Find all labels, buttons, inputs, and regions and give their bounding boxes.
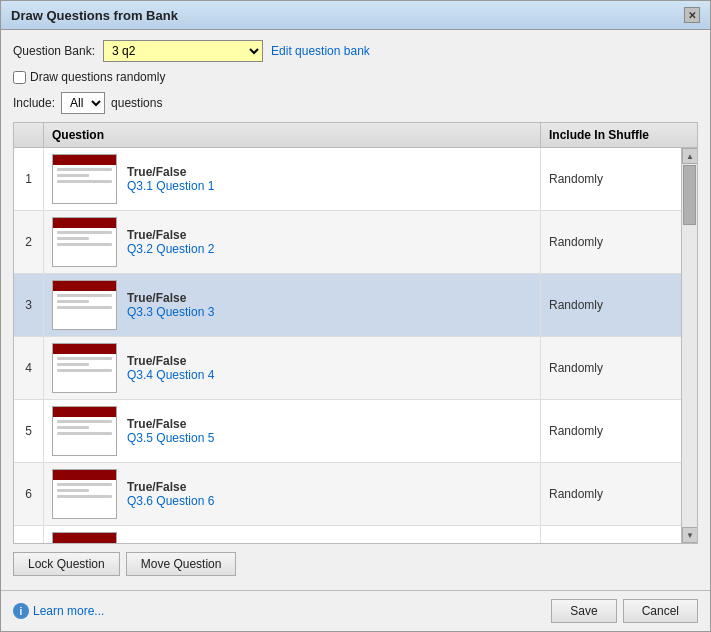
scroll-up-button[interactable]: ▲	[682, 148, 697, 164]
questions-label: questions	[111, 96, 162, 110]
include-label: Include:	[13, 96, 55, 110]
include-row: Include: All questions	[13, 92, 698, 114]
table-row[interactable]: 5 True/False Q3.5 Question 5	[14, 400, 681, 463]
move-question-button[interactable]: Move Question	[126, 552, 237, 576]
questions-table: Question Include In Shuffle 1	[13, 122, 698, 544]
row-question: True/False Q3.3 Question 3	[44, 274, 541, 336]
row-num: 6	[14, 463, 44, 525]
question-name: Q3.3 Question 3	[127, 305, 214, 319]
row-num: 7	[14, 526, 44, 543]
question-type: True/False	[127, 417, 214, 431]
question-bank-row: Question Bank: 3 q2 Edit question bank	[13, 40, 698, 62]
action-buttons: Lock Question Move Question	[13, 544, 698, 580]
col-shuffle: Include In Shuffle	[541, 123, 681, 147]
shuffle-value: Randomly	[541, 292, 681, 318]
row-question: True/False Q3.1 Question 1	[44, 148, 541, 210]
shuffle-value: Randomly	[541, 355, 681, 381]
title-bar: Draw Questions from Bank ✕	[1, 1, 710, 30]
question-info: True/False Q3.3 Question 3	[127, 291, 214, 319]
shuffle-value: Randomly	[541, 481, 681, 507]
row-question: True/False Q3.4 Question 4	[44, 337, 541, 399]
row-question: True/False Q3.6 Question 6	[44, 463, 541, 525]
learn-more-label: Learn more...	[33, 604, 104, 618]
question-type: True/False	[127, 480, 214, 494]
question-name: Q3.5 Question 5	[127, 431, 214, 445]
table-body: 1 True/False Q3.1 Question 1	[14, 148, 681, 543]
table-row[interactable]: 6 True/False Q3.6 Question 6	[14, 463, 681, 526]
scroll-space	[682, 226, 697, 527]
footer-buttons: Save Cancel	[551, 599, 698, 623]
question-name: Q3.4 Question 4	[127, 368, 214, 382]
draw-randomly-row: Draw questions randomly	[13, 70, 698, 84]
row-question: True/False Q3.5 Question 5	[44, 400, 541, 462]
dialog-body: Question Bank: 3 q2 Edit question bank D…	[1, 30, 710, 590]
row-question: True/False Q3.7 Question 7	[44, 526, 541, 543]
lock-question-button[interactable]: Lock Question	[13, 552, 120, 576]
row-num: 5	[14, 400, 44, 462]
question-name: Q3.6 Question 6	[127, 494, 214, 508]
shuffle-value: Randomly	[541, 229, 681, 255]
scroll-down-button[interactable]: ▼	[682, 527, 697, 543]
table-row[interactable]: 1 True/False Q3.1 Question 1	[14, 148, 681, 211]
dialog-footer: i Learn more... Save Cancel	[1, 590, 710, 631]
learn-more-link[interactable]: i Learn more...	[13, 603, 104, 619]
question-name: Q3.1 Question 1	[127, 179, 214, 193]
question-info: True/False Q3.5 Question 5	[127, 417, 214, 445]
row-num: 2	[14, 211, 44, 273]
include-select[interactable]: All	[61, 92, 105, 114]
question-type: True/False	[127, 165, 214, 179]
question-type: True/False	[127, 228, 214, 242]
edit-bank-link[interactable]: Edit question bank	[271, 44, 370, 58]
row-num: 4	[14, 337, 44, 399]
table-row[interactable]: 2 True/False Q3.2 Question 2	[14, 211, 681, 274]
bank-select[interactable]: 3 q2	[103, 40, 263, 62]
question-thumbnail	[52, 469, 117, 519]
scroll-header-spacer	[681, 123, 697, 147]
question-info: True/False Q3.4 Question 4	[127, 354, 214, 382]
draw-randomly-checkbox[interactable]	[13, 71, 26, 84]
question-name: Q3.2 Question 2	[127, 242, 214, 256]
row-question: True/False Q3.2 Question 2	[44, 211, 541, 273]
scroll-thumb[interactable]	[683, 165, 696, 225]
question-thumbnail	[52, 532, 117, 543]
cancel-button[interactable]: Cancel	[623, 599, 698, 623]
question-thumbnail	[52, 343, 117, 393]
scrollbar: ▲ ▼	[681, 148, 697, 543]
question-info: True/False Q3.6 Question 6	[127, 480, 214, 508]
question-thumbnail	[52, 217, 117, 267]
question-thumbnail	[52, 406, 117, 456]
close-button[interactable]: ✕	[684, 7, 700, 23]
save-button[interactable]: Save	[551, 599, 616, 623]
question-type: True/False	[127, 354, 214, 368]
dialog-title: Draw Questions from Bank	[11, 8, 178, 23]
table-row[interactable]: 4 True/False Q3.4 Question 4	[14, 337, 681, 400]
question-thumbnail	[52, 154, 117, 204]
draw-randomly-label: Draw questions randomly	[30, 70, 165, 84]
row-num: 1	[14, 148, 44, 210]
table-header: Question Include In Shuffle	[14, 123, 697, 148]
col-question: Question	[44, 123, 541, 147]
table-row[interactable]: 3 True/False Q3.3 Question 3	[14, 274, 681, 337]
row-num: 3	[14, 274, 44, 336]
table-row[interactable]: 7 True/False Q3.7 Question 7	[14, 526, 681, 543]
shuffle-value: Randomly	[541, 418, 681, 444]
question-type: True/False	[127, 291, 214, 305]
question-info: True/False Q3.2 Question 2	[127, 228, 214, 256]
question-info: True/False Q3.1 Question 1	[127, 165, 214, 193]
shuffle-value: Randomly	[541, 166, 681, 192]
info-icon: i	[13, 603, 29, 619]
question-thumbnail	[52, 280, 117, 330]
bank-label: Question Bank:	[13, 44, 95, 58]
col-num	[14, 123, 44, 147]
draw-questions-dialog: Draw Questions from Bank ✕ Question Bank…	[0, 0, 711, 632]
